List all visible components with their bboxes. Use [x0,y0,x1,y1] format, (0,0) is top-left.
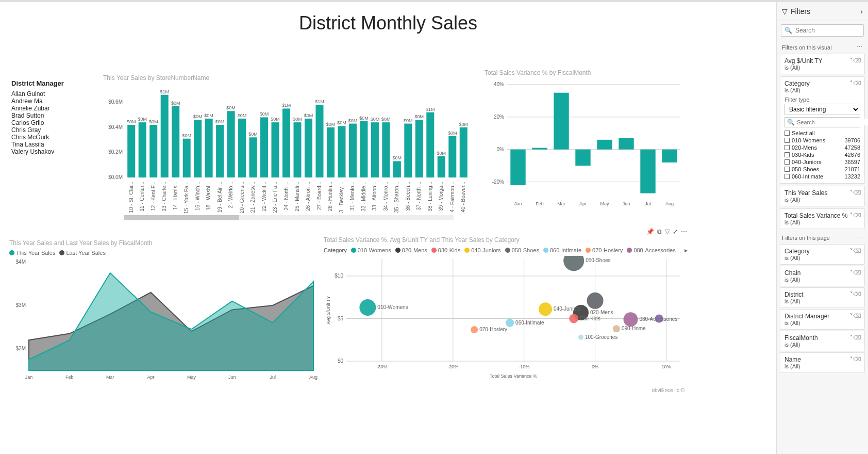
slicer-item[interactable]: Chris Gray [11,126,99,134]
eraser-icon[interactable]: ⌫ [853,189,861,196]
legend-item[interactable]: Last Year Sales [59,250,105,256]
svg-rect-19 [183,139,191,177]
category-filter-search-input[interactable] [797,119,868,125]
eraser-icon[interactable]: ⌫ [853,248,861,254]
eraser-icon[interactable]: ⌫ [853,313,861,319]
filters-search[interactable]: 🔍 [781,24,864,37]
slicer-item[interactable]: Allan Guinot [11,90,99,98]
copy-icon[interactable]: ⧉ [657,228,662,235]
svg-text:36 - Beech...: 36 - Beech... [405,182,411,211]
category-filter-search[interactable]: 🔍 [784,117,860,127]
filter-option[interactable]: 060-Intimate13232 [784,173,860,180]
svg-rect-55 [315,105,323,177]
slicer-item[interactable]: Andrew Ma [11,98,99,105]
svg-point-156 [563,256,584,271]
svg-text:$0M: $0M [215,119,225,124]
more-icon[interactable]: ⋯ [681,228,688,235]
collapse-pane-icon[interactable]: › [860,7,863,15]
legend-item[interactable]: 040-Juniors [464,247,500,253]
filters-page-section: Filters on this page⋯ [777,230,868,243]
filter-icon[interactable]: ▽ [665,228,670,235]
slicer-item-label: Tina Lassila [11,141,44,148]
bar-chart-card[interactable]: This Year Sales by StoreNumberName $0.0M… [103,74,474,224]
filter-card-page[interactable]: Districtis (All)˅⌫ [780,287,865,308]
svg-text:Jul: Jul [270,375,276,380]
svg-text:22 - Wicklif...: 22 - Wicklif... [261,182,267,211]
filter-option[interactable]: 020-Mens47258 [784,144,860,151]
filter-option[interactable]: 030-Kids42676 [784,151,860,158]
filter-option[interactable]: 040-Juniors36597 [784,158,860,166]
svg-text:$0M: $0M [171,101,180,106]
filter-type-select[interactable]: Basic filtering [784,104,860,115]
svg-text:40%: 40% [494,82,504,87]
filter-option-label: 030-Kids [792,152,814,158]
filter-card-name: This Year Sales [784,189,860,197]
slicer-item[interactable]: Brad Sutton [11,112,99,119]
checkbox-icon[interactable] [784,145,790,150]
eraser-icon[interactable]: ⌫ [853,212,861,219]
legend-item[interactable]: This Year Sales [9,250,55,256]
svg-point-158 [506,319,514,327]
svg-text:Mar: Mar [106,375,114,380]
eraser-icon[interactable]: ⌫ [853,57,861,64]
slicer-item-label: Andrew Ma [11,98,43,105]
eraser-icon[interactable]: ⌫ [853,269,861,276]
slicer-item[interactable]: Valery Ushakov [11,148,99,155]
district-manager-slicer[interactable]: District Manager Allan GuinotAndrew MaAn… [11,79,99,155]
checkbox-icon[interactable] [784,159,790,165]
eraser-icon[interactable]: ⌫ [853,291,861,298]
legend-item[interactable]: 070-Hosiery [586,247,623,253]
filter-option[interactable]: Select all [784,129,860,137]
section-more-icon[interactable]: ⋯ [857,44,863,51]
filter-option-count: 13232 [844,173,860,180]
slicer-item[interactable]: Annelie Zubar [11,105,99,112]
filter-card-sub: is (All) [784,87,860,93]
variance-chart-card[interactable]: Total Sales Variance % by FiscalMonth -2… [485,69,686,219]
scrollbar-thumb[interactable] [124,215,239,220]
svg-text:24 - North ...: 24 - North ... [283,182,289,210]
svg-text:33 - Altoon...: 33 - Altoon... [372,182,377,210]
legend-item[interactable]: 080-Accessories [627,247,675,253]
filter-option[interactable]: 050-Shoes21871 [784,166,860,173]
filter-card-page[interactable]: Chainis (All)˅⌫ [780,266,865,286]
slicer-item[interactable]: Chris McGurk [11,134,99,141]
filter-card-page[interactable]: Categoryis (All)˅⌫ [780,244,865,265]
filter-card-page[interactable]: Nameis (All)˅⌫ [780,352,865,373]
filter-card-this-year-sales[interactable]: This Year Sales is (All) ˅ ⌫ [780,186,865,206]
eraser-icon[interactable]: ⌫ [853,356,861,363]
slicer-item[interactable]: Tina Lassila [11,141,99,148]
checkbox-icon[interactable] [784,131,790,136]
checkbox-icon[interactable] [784,174,790,179]
checkbox-icon[interactable] [784,138,790,143]
filter-option[interactable]: 010-Womens39706 [784,137,860,144]
legend-item[interactable]: 030-Kids [431,247,460,253]
filter-card-sub: is (All) [784,255,860,261]
slicer-item[interactable]: Carlos Grilo [11,119,99,126]
legend-item[interactable]: 060-Intimate [543,247,581,253]
pin-icon[interactable]: 📌 [646,228,654,235]
legend-scroll-right-icon[interactable]: ▸ [685,247,688,254]
scatter-chart-card[interactable]: 📌 ⧉ ▽ ⤢ ⋯ Total Sales Variance %, Avg $/… [324,229,688,394]
filter-card-page[interactable]: FiscalMonthis (All)˅⌫ [780,331,865,351]
svg-text:$0M: $0M [182,133,191,138]
filters-search-input[interactable] [795,27,868,34]
svg-point-148 [359,299,376,316]
eraser-icon[interactable]: ⌫ [853,80,861,87]
filter-card-page[interactable]: District Manageris (All)˅⌫ [780,309,865,330]
eraser-icon[interactable]: ⌫ [853,334,861,341]
focus-icon[interactable]: ⤢ [673,228,678,235]
filter-card-total-sales-var[interactable]: Total Sales Variance % is (All) ˅ ⌫ [780,208,865,229]
legend-item[interactable]: 020-Mens [395,247,427,253]
filter-card-sub: is (All) [784,64,860,71]
area-chart-card[interactable]: This Year Sales and Last Year Sales by F… [9,239,319,394]
filter-card-category[interactable]: Category is (All) ˄ ⌫ Filter type Basic … [780,76,865,184]
checkbox-icon[interactable] [784,152,790,157]
legend-item[interactable]: 010-Womens [351,247,391,253]
svg-text:Aug: Aug [665,201,674,206]
bar-chart-scrollbar[interactable] [124,215,454,220]
filter-card-name: Category [784,248,860,255]
checkbox-icon[interactable] [784,167,790,172]
legend-item[interactable]: 050-Shoes [505,247,539,253]
section-more-icon[interactable]: ⋯ [857,234,863,241]
filter-card-avg-unit[interactable]: Avg $/Unit TY is (All) ˅ ⌫ [780,54,865,74]
